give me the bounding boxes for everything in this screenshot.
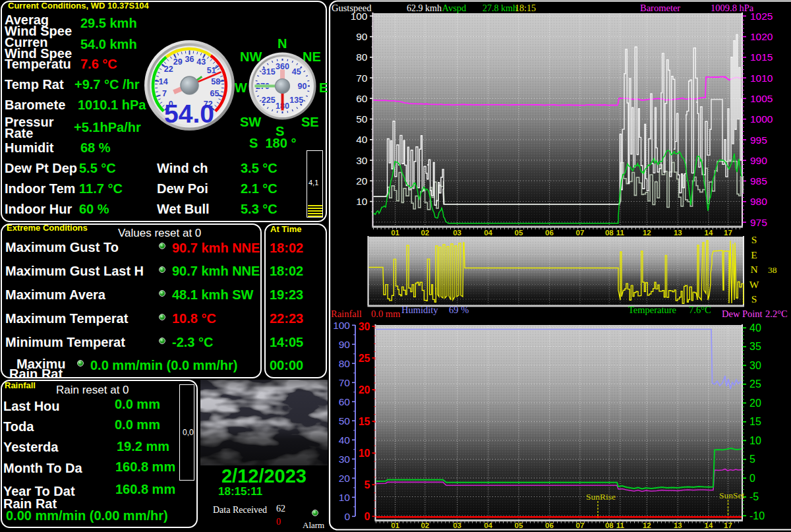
svg-text:Temperature: Temperature [628,305,676,315]
svg-text:135: 135 [289,96,303,105]
svg-text:70: 70 [356,73,368,84]
svg-text:14: 14 [159,77,168,86]
svg-text:40: 40 [339,434,351,446]
svg-text:15: 15 [749,416,761,427]
svg-text:08: 08 [605,229,614,237]
svg-text:17: 17 [724,521,732,529]
svg-text:1000: 1000 [750,113,773,125]
svg-text:03: 03 [453,521,461,529]
svg-text:1020: 1020 [750,31,773,42]
svg-text:06: 06 [545,521,554,529]
svg-text:05: 05 [515,229,523,237]
svg-text:E: E [751,249,757,260]
svg-text:80: 80 [356,51,368,63]
svg-text:06: 06 [545,229,554,237]
svg-text:1005: 1005 [750,93,773,104]
svg-text:SunSet: SunSet [719,490,745,500]
svg-text:22: 22 [164,65,173,74]
svg-text:7: 7 [162,89,167,98]
svg-text:995: 995 [750,134,767,146]
svg-text:315: 315 [262,67,276,76]
svg-text:60: 60 [339,396,351,407]
svg-text:29: 29 [173,57,183,67]
svg-text:Gustspeed: Gustspeed [332,3,372,13]
svg-text:45: 45 [292,67,301,76]
svg-text:40: 40 [749,322,761,334]
svg-text:25: 25 [359,353,370,364]
svg-text:0: 0 [749,473,755,484]
svg-text:18:15: 18:15 [515,3,536,13]
svg-text:5: 5 [749,454,755,465]
svg-text:70: 70 [339,377,351,388]
svg-text:50: 50 [339,415,351,427]
svg-text:50: 50 [356,113,368,125]
svg-text:05: 05 [515,521,523,529]
svg-text:SunRise: SunRise [586,492,616,502]
svg-text:Rainfall: Rainfall [331,309,362,319]
svg-text:01: 01 [391,521,399,529]
svg-text:90: 90 [298,82,307,91]
svg-text:38: 38 [768,265,777,275]
svg-text:40: 40 [356,134,368,145]
svg-text:Barometer: Barometer [640,3,680,13]
svg-text:07: 07 [576,521,585,529]
svg-text:60: 60 [356,93,368,104]
svg-text:0: 0 [365,511,370,522]
svg-text:20: 20 [359,384,370,396]
svg-text:04: 04 [484,521,492,529]
svg-text:12: 12 [643,229,651,237]
svg-text:30: 30 [359,321,370,332]
svg-text:02: 02 [421,521,429,529]
svg-text:11: 11 [616,229,625,237]
svg-text:-10: -10 [749,510,765,521]
svg-text:10: 10 [359,448,370,459]
svg-text:985: 985 [750,175,767,187]
svg-text:30: 30 [356,155,368,166]
svg-text:Humidity: Humidity [401,305,438,315]
svg-text:62.9 kmh: 62.9 kmh [407,3,442,13]
svg-text:13: 13 [674,229,682,237]
svg-text:01: 01 [391,229,399,237]
svg-text:20: 20 [356,175,368,187]
svg-text:975: 975 [750,217,767,228]
svg-text:69 %: 69 % [449,305,469,315]
svg-text:10: 10 [749,435,761,446]
svg-text:7.6°C: 7.6°C [689,305,711,315]
svg-text:990: 990 [750,155,767,166]
svg-text:43: 43 [196,57,206,67]
svg-text:58: 58 [211,77,220,86]
svg-text:360: 360 [276,62,289,71]
svg-text:0.0 mm: 0.0 mm [371,309,401,319]
svg-text:S: S [751,234,757,245]
svg-text:14: 14 [705,521,713,529]
svg-text:30: 30 [749,360,761,371]
svg-text:1010: 1010 [750,73,773,84]
svg-text:14: 14 [705,229,713,237]
svg-text:W: W [749,279,759,290]
svg-text:25: 25 [749,378,761,390]
svg-text:20: 20 [339,473,351,484]
svg-text:11: 11 [616,521,625,529]
svg-text:12: 12 [643,521,651,529]
svg-text:1015: 1015 [750,51,773,63]
svg-text:27.8 kmh: 27.8 kmh [483,3,517,13]
svg-text:15: 15 [359,416,370,427]
svg-text:04: 04 [484,229,492,237]
svg-text:03: 03 [453,229,461,237]
svg-text:-5: -5 [749,491,759,502]
svg-text:Dew Point: Dew Point [722,309,763,319]
svg-text:65: 65 [210,89,219,98]
svg-text:Avspd: Avspd [442,3,467,13]
svg-text:90: 90 [356,31,368,42]
svg-text:1009.8 hPa: 1009.8 hPa [711,3,754,13]
svg-text:N: N [750,264,757,275]
svg-text:0: 0 [344,511,350,522]
svg-text:07: 07 [576,229,585,237]
svg-text:54.0: 54.0 [164,100,214,128]
svg-text:980: 980 [750,196,767,207]
svg-text:13: 13 [674,521,682,529]
svg-text:08: 08 [605,521,614,529]
svg-text:2.2°C: 2.2°C [765,309,788,319]
svg-text:20: 20 [749,398,761,409]
svg-text:80: 80 [339,358,351,369]
